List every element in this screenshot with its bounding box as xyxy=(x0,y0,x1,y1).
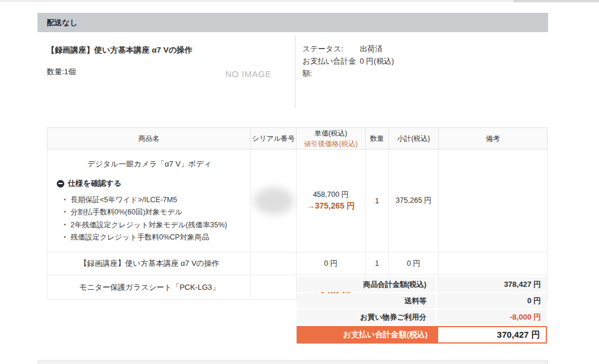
qty-cell: 1 xyxy=(366,252,389,275)
status-value: 出荷済 xyxy=(360,43,383,55)
table-row-camera: デジタル一眼カメラ「α7 V」ボディ 仕様を確認する 長期保証<5年ワイド>/I… xyxy=(47,150,548,252)
shipping-section-header: 配送なし xyxy=(37,13,548,32)
minus-circle-icon xyxy=(57,180,64,188)
product-cell: モニター保護ガラスシート「PCK-LG3」 xyxy=(47,275,251,300)
col-header-qty: 数量 xyxy=(366,128,389,150)
summary-row-merchandise-total: 商品合計金額(税込) 378,427 円 xyxy=(297,277,547,292)
spec-list: 長期保証<5年ワイド>/ILCE-7M5 分割払手数料0%(60回)対象モデル … xyxy=(57,194,242,244)
spec-item: 長期保証<5年ワイド>/ILCE-7M5 xyxy=(64,194,242,206)
discount-price-header-line2: 値引後価格(税込) xyxy=(297,138,365,149)
summary-value: 378,427 円 xyxy=(437,277,547,292)
product-cell: 【録画講座】使い方基本講座 α7 Vの操作 xyxy=(47,252,251,275)
order-info-panel: 【録画講座】使い方基本講座 α7 Vの操作 数量:1個 NO IMAGE ステー… xyxy=(37,35,548,108)
grand-total-label: お支払い合計金額(税込) xyxy=(297,326,437,344)
col-header-subtotal: 小計(税込) xyxy=(389,128,439,150)
table-row-course: 【録画講座】使い方基本講座 α7 Vの操作 0 円 1 0 円 xyxy=(47,252,548,275)
product-cell: デジタル一眼カメラ「α7 V」ボディ 仕様を確認する 長期保証<5年ワイド>/I… xyxy=(47,150,251,252)
status-panel: ステータス: 出荷済 お支払い合計金額: 0 円(税込) xyxy=(295,35,394,108)
spec-toggle[interactable]: 仕様を確認する xyxy=(57,178,242,189)
spec-toggle-label: 仕様を確認する xyxy=(68,178,122,189)
shipping-section-label: 配送なし xyxy=(47,18,78,28)
payment-total-value: 0 円(税込) xyxy=(360,55,394,79)
serial-cell xyxy=(251,252,297,275)
col-header-unit-price: 単価(税込) 値引後価格(税込) xyxy=(297,128,366,150)
col-header-remarks: 備考 xyxy=(439,128,548,150)
col-header-serial: シリアル番号 xyxy=(251,128,297,150)
status-label: ステータス: xyxy=(302,43,360,55)
summary-value: 0 円 xyxy=(437,293,547,308)
serial-cell xyxy=(251,275,297,300)
col-header-name: 商品名 xyxy=(47,128,251,150)
subtotal-cell: 375,265 円 xyxy=(389,150,439,252)
order-summary: 商品合計金額(税込) 378,427 円 送料等 0 円 お買い物券ご利用分 -… xyxy=(297,277,547,344)
summary-row-shipping: 送料等 0 円 xyxy=(297,293,547,308)
remarks-cell xyxy=(439,150,548,252)
summary-row-coupon: お買い物券ご利用分 -8,000 円 xyxy=(297,310,547,325)
spec-item: 分割払手数料0%(60回)対象モデル xyxy=(64,206,242,219)
payment-total-row: お支払い合計金額: 0 円(税込) xyxy=(302,55,394,79)
unit-price-cell: 0 円 xyxy=(297,252,366,275)
status-row: ステータス: 出荷済 xyxy=(302,43,394,55)
qty-cell: 1 xyxy=(366,150,389,252)
item-name: 【録画講座】使い方基本講座 α7 Vの操作 xyxy=(57,258,242,269)
serial-cell xyxy=(251,150,297,252)
summary-label: 送料等 xyxy=(297,293,436,308)
unit-price: 458,700 円 xyxy=(297,189,365,200)
payment-total-label: お支払い合計金額: xyxy=(302,55,360,79)
unit-price: 0 円 xyxy=(297,258,365,269)
table-header-row: 商品名 シリアル番号 単価(税込) 値引後価格(税込) 数量 小計(税込) 備考 xyxy=(47,128,548,150)
item-name: デジタル一眼カメラ「α7 V」ボディ xyxy=(57,159,242,169)
order-items-table: 商品名 シリアル番号 単価(税込) 値引後価格(税込) 数量 小計(税込) 備考… xyxy=(47,127,548,300)
next-section-header-clipped xyxy=(37,360,548,364)
grand-total-value: 370,427 円 xyxy=(437,326,547,344)
spec-item: 2年残価設定クレジット対象モデル(残価率35%) xyxy=(64,219,242,231)
top-divider xyxy=(0,0,599,2)
top-divider-right xyxy=(514,0,599,2)
remarks-cell xyxy=(439,252,548,275)
order-detail-page: 配送なし 【録画講座】使い方基本講座 α7 Vの操作 数量:1個 NO IMAG… xyxy=(0,0,599,364)
product-summary-panel: 【録画講座】使い方基本講座 α7 Vの操作 数量:1個 NO IMAGE xyxy=(37,35,295,108)
product-summary-title: 【録画講座】使い方基本講座 α7 Vの操作 xyxy=(47,45,295,56)
subtotal-cell: 0 円 xyxy=(389,252,439,275)
spec-item: 残価設定クレジット手数料0%CP対象商品 xyxy=(64,231,242,244)
unit-price-header-line1: 単価(税込) xyxy=(297,128,365,138)
serial-number-redacted xyxy=(254,188,294,214)
summary-label: 商品合計金額(税込) xyxy=(297,277,436,292)
no-image-placeholder: NO IMAGE xyxy=(225,69,271,79)
unit-price-cell: 458,700 円 →375,265 円 xyxy=(297,150,366,252)
summary-row-grand-total: お支払い合計金額(税込) 370,427 円 xyxy=(297,326,547,344)
item-name: モニター保護ガラスシート「PCK-LG3」 xyxy=(57,282,242,293)
summary-value-coupon: -8,000 円 xyxy=(437,310,547,325)
discount-price: →375,265 円 xyxy=(297,200,365,212)
summary-label: お買い物券ご利用分 xyxy=(297,310,436,325)
